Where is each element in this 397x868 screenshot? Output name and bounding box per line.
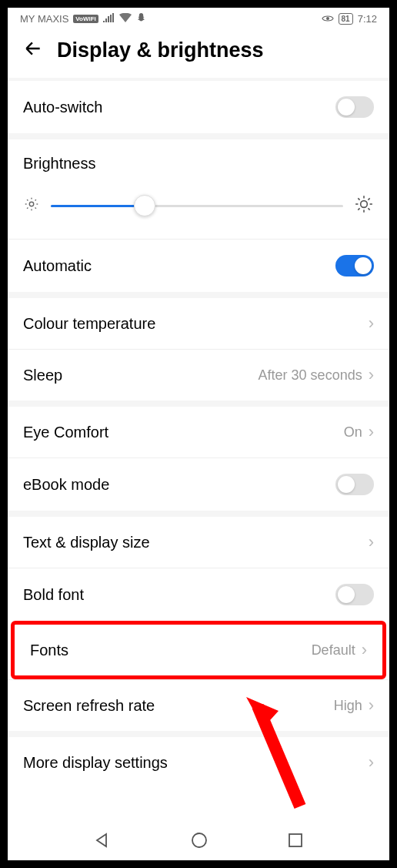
auto-switch-label: Auto-switch xyxy=(23,99,102,116)
brightness-section: Brightness xyxy=(8,133,389,239)
eye-comfort-value: On xyxy=(344,424,362,441)
svg-point-10 xyxy=(361,201,368,208)
automatic-row[interactable]: Automatic xyxy=(8,239,389,292)
svg-line-7 xyxy=(35,208,36,209)
fonts-value: Default xyxy=(312,642,355,659)
brightness-high-icon xyxy=(354,194,374,217)
sleep-label: Sleep xyxy=(23,367,62,384)
signal-icon xyxy=(103,13,115,25)
svg-line-15 xyxy=(358,198,359,199)
annotation-highlight: Fonts Default › xyxy=(11,621,386,679)
time-label: 7:12 xyxy=(358,13,377,25)
battery-icon: 81 xyxy=(339,13,353,25)
chevron-right-icon: › xyxy=(369,313,374,333)
fonts-row[interactable]: Fonts Default › xyxy=(15,625,382,675)
wifi-icon xyxy=(119,13,132,25)
chevron-right-icon: › xyxy=(369,695,374,716)
bold-font-toggle[interactable] xyxy=(335,584,374,605)
status-bar: MY MAXIS VoWiFi 81 7:12 xyxy=(8,8,389,29)
nav-back-button[interactable] xyxy=(95,833,110,851)
nav-home-button[interactable] xyxy=(191,832,208,852)
automatic-toggle[interactable] xyxy=(335,255,374,276)
screen-refresh-rate-value: High xyxy=(334,698,362,714)
nav-recent-button[interactable] xyxy=(289,833,302,850)
navigation-bar xyxy=(8,823,389,860)
brightness-slider[interactable] xyxy=(51,205,343,207)
eye-comfort-row[interactable]: Eye Comfort On › xyxy=(8,407,389,457)
carrier-label: MY MAXIS xyxy=(20,13,68,25)
svg-line-9 xyxy=(35,199,36,200)
chevron-right-icon: › xyxy=(369,752,374,772)
brightness-label: Brightness xyxy=(23,155,374,173)
svg-line-18 xyxy=(368,198,369,199)
screen-refresh-rate-row[interactable]: Screen refresh rate High › xyxy=(8,679,389,731)
text-display-size-label: Text & display size xyxy=(23,534,150,551)
automatic-label: Automatic xyxy=(23,257,92,275)
ebook-mode-toggle[interactable] xyxy=(335,474,374,495)
chevron-right-icon: › xyxy=(369,532,374,552)
svg-point-22 xyxy=(192,833,206,847)
brightness-low-icon xyxy=(23,196,40,216)
more-display-settings-row[interactable]: More display settings › xyxy=(8,737,389,788)
text-display-size-row[interactable]: Text & display size › xyxy=(8,517,389,568)
ebook-mode-row[interactable]: eBook mode xyxy=(8,457,389,511)
screen-refresh-rate-label: Screen refresh rate xyxy=(23,697,155,715)
svg-line-6 xyxy=(27,199,28,200)
fonts-label: Fonts xyxy=(30,642,68,659)
ebook-mode-label: eBook mode xyxy=(23,476,109,494)
svg-point-0 xyxy=(326,17,329,20)
svg-rect-23 xyxy=(289,834,302,846)
svg-point-1 xyxy=(29,202,34,206)
snapchat-icon xyxy=(136,12,146,25)
colour-temperature-row[interactable]: Colour temperature › xyxy=(8,298,389,349)
colour-temperature-label: Colour temperature xyxy=(23,315,155,333)
eye-icon xyxy=(322,13,334,25)
sleep-value: After 30 seconds xyxy=(259,367,362,384)
chevron-right-icon: › xyxy=(369,422,374,442)
auto-switch-toggle[interactable] xyxy=(335,96,374,118)
bold-font-label: Bold font xyxy=(23,586,84,604)
svg-line-17 xyxy=(358,208,359,209)
auto-switch-row[interactable]: Auto-switch xyxy=(8,81,389,133)
more-display-settings-label: More display settings xyxy=(23,754,168,772)
chevron-right-icon: › xyxy=(362,640,367,660)
svg-line-8 xyxy=(27,208,28,209)
sleep-row[interactable]: Sleep After 30 seconds › xyxy=(8,349,389,400)
svg-line-16 xyxy=(368,208,369,209)
chevron-right-icon: › xyxy=(369,365,374,385)
bold-font-row[interactable]: Bold font xyxy=(8,568,389,621)
page-title: Display & brightness xyxy=(57,39,264,62)
eye-comfort-label: Eye Comfort xyxy=(23,424,108,441)
vowifi-badge: VoWiFi xyxy=(73,15,98,23)
header: Display & brightness xyxy=(8,29,389,78)
back-button[interactable] xyxy=(23,39,43,62)
